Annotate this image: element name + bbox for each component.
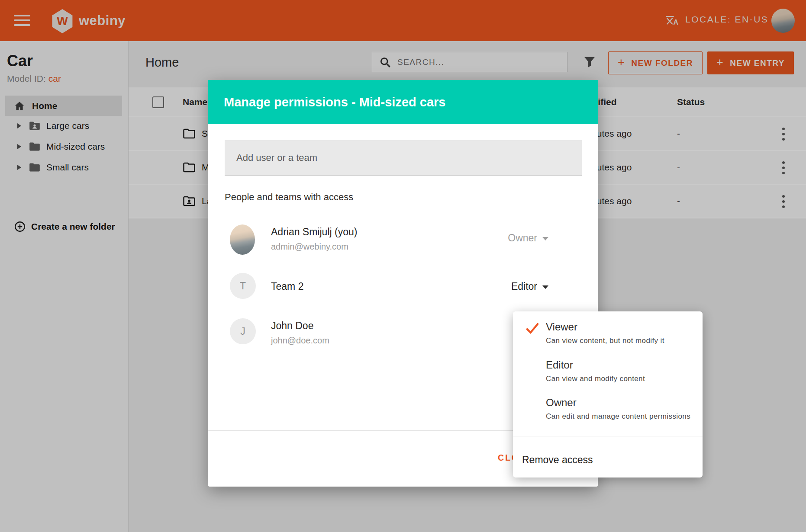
member-role-select[interactable]: Editor xyxy=(511,281,548,292)
member-role-select[interactable]: Owner xyxy=(508,232,548,244)
member-role-value: Owner xyxy=(508,232,537,244)
role-option-label: Viewer xyxy=(546,321,577,333)
menu-divider xyxy=(513,436,703,436)
member-email: john@doe.com xyxy=(271,336,329,346)
dialog-title: Manage permissions - Mid-sized cars xyxy=(224,95,445,109)
member-name: Team 2 xyxy=(271,281,303,292)
check-icon xyxy=(525,321,540,336)
role-option-description: Can view content, but not modify it xyxy=(546,337,664,345)
role-option-label: Editor xyxy=(546,359,573,371)
member-row: T Team 2 Editor xyxy=(230,273,576,299)
dialog-header: Manage permissions - Mid-sized cars xyxy=(208,80,598,124)
role-menu: Viewer Can view content, but not modify … xyxy=(513,311,703,478)
chevron-down-icon xyxy=(542,237,548,240)
member-email: admin@webiny.com xyxy=(271,242,348,252)
role-option-description: Can edit and manage content permissions xyxy=(546,412,690,421)
role-option-description: Can view and modify content xyxy=(546,375,645,383)
chevron-down-icon xyxy=(542,285,548,289)
remove-access-button[interactable]: Remove access xyxy=(522,449,695,471)
app-root: W webiny A LOCALE: EN-US Car Model ID: c… xyxy=(0,0,806,532)
member-avatar xyxy=(230,224,255,255)
member-avatar: J xyxy=(230,318,256,344)
member-name: Adrian Smijulj (you) xyxy=(271,226,357,238)
role-option-label: Owner xyxy=(546,397,577,409)
add-user-or-team-input[interactable] xyxy=(225,140,582,176)
member-role-value: Editor xyxy=(511,281,537,292)
member-avatar: T xyxy=(230,273,256,299)
access-section-label: People and teams with access xyxy=(225,192,353,203)
member-name: John Doe xyxy=(271,320,313,332)
